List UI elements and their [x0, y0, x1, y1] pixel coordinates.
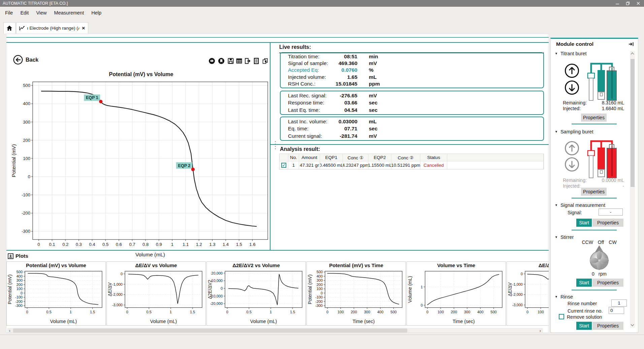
titration-curve-chart[interactable]: 00.10.20.30.40.50.60.70.80.911.11.21.31.…	[11, 78, 271, 258]
svg-text:0: 0	[326, 310, 328, 314]
rinse-start-button[interactable]: Start	[576, 322, 592, 330]
plot-thumbnail-t3[interactable]: Δ2E/ΔV2 vs Volume00.511.520,00010,0000-1…	[206, 261, 306, 326]
column-header[interactable]: Status	[420, 154, 447, 161]
plot-thumbnail-t1[interactable]: Potential (mV) vs Volume00.511.550040030…	[6, 261, 106, 326]
titrant-up-button[interactable]	[564, 63, 580, 78]
report-icon[interactable]	[253, 58, 260, 65]
stirrer-properties-button[interactable]: Properties	[592, 279, 623, 287]
svg-text:100: 100	[438, 310, 444, 314]
scroll-right-icon[interactable]: ›	[538, 328, 543, 333]
remove-solution-checkbox[interactable]	[559, 314, 564, 319]
scrollbar-thumb[interactable]	[13, 328, 407, 332]
injected-value: 1.6840 mL	[602, 106, 624, 111]
column-header[interactable]: Amount	[299, 154, 320, 161]
column-header[interactable]: Conc ②	[391, 154, 420, 161]
menu-item-edit[interactable]: Edit	[17, 9, 32, 17]
section-sampling-buret[interactable]: ▼ Sampling buret	[555, 129, 593, 134]
plot-thumbnail-t5[interactable]: Volume vs Time010020030040050001Time (se…	[407, 261, 506, 326]
live-result-row: Accepted Eq:0.0760%	[281, 67, 543, 73]
back-button[interactable]: Back	[13, 55, 38, 65]
copy-page-icon[interactable]	[262, 58, 269, 65]
scrollbar-thumb[interactable]	[631, 59, 635, 187]
menu-item-help[interactable]: Help	[88, 9, 105, 17]
section-rinse[interactable]: ▼ Rinse	[555, 294, 573, 299]
restore-icon[interactable]	[623, 0, 633, 7]
signal-properties-button[interactable]: Properties	[592, 219, 623, 227]
stirrer-cw-label[interactable]: CW	[609, 240, 616, 245]
section-stirrer[interactable]: ▼ Stirrer	[555, 234, 574, 240]
scroll-down-icon[interactable]	[630, 322, 635, 328]
section-signal-measurement[interactable]: ▼ Signal measurement	[555, 202, 605, 208]
sampling-down-button[interactable]	[564, 157, 580, 172]
column-header[interactable]	[280, 154, 288, 161]
tab-home[interactable]	[3, 22, 15, 34]
titrant-down-button[interactable]	[564, 80, 580, 95]
svg-text:1.3: 1.3	[209, 242, 215, 247]
live-result-row: Eq. time:07.71sec	[281, 126, 543, 132]
svg-text:1.5: 1.5	[190, 310, 195, 314]
result-unit: mV	[369, 60, 377, 66]
stirrer-knob[interactable]	[588, 245, 610, 271]
svg-text:0.5: 0.5	[247, 310, 252, 314]
divider	[6, 250, 549, 251]
svg-text:300: 300	[17, 278, 23, 282]
stirrer-start-button[interactable]: Start	[576, 279, 592, 287]
stirrer-ccw-label[interactable]: CCW	[582, 240, 593, 245]
svg-text:-300: -300	[22, 229, 30, 234]
injected-label: Injected:	[563, 106, 581, 111]
bookmark-icon[interactable]	[218, 58, 225, 65]
titrant-properties-button[interactable]: Properties	[581, 114, 607, 122]
plots-header[interactable]: Plots	[8, 253, 28, 259]
signal-start-button[interactable]: Start	[576, 219, 592, 227]
export-icon[interactable]	[244, 58, 252, 65]
sampling-up-button[interactable]	[564, 140, 580, 156]
annotation-icon[interactable]	[208, 58, 216, 65]
svg-text:400: 400	[17, 274, 23, 278]
scroll-up-icon[interactable]	[630, 51, 635, 56]
menu-item-measurement[interactable]: Measurement	[51, 9, 88, 17]
close-icon[interactable]	[633, 0, 643, 7]
live-result-row: Injected volume:1.65mL	[281, 74, 543, 80]
section-titrant-buret[interactable]: ▼ Titrant buret	[555, 51, 587, 56]
save-icon[interactable]	[227, 58, 235, 65]
column-header[interactable]: No.	[288, 154, 299, 161]
tab-document[interactable]: ı Electrode (High range) (Aut ✕	[16, 22, 88, 34]
rinse-number-field[interactable]: 1	[611, 299, 627, 307]
sampling-properties-button[interactable]: Properties	[581, 188, 607, 196]
svg-text:Potential (mV): Potential (mV)	[308, 275, 313, 305]
table-icon[interactable]	[236, 58, 243, 65]
svg-text:100: 100	[317, 287, 323, 291]
live-result-row: Last Rec. signal:-276.65mV	[281, 93, 543, 99]
column-header[interactable]: EQP1	[320, 154, 343, 161]
menu-item-file[interactable]: File	[1, 9, 17, 17]
column-header[interactable]: EQP2	[368, 154, 391, 161]
module-scrollbar[interactable]	[630, 51, 635, 328]
tab-close-icon[interactable]: ✕	[82, 26, 85, 31]
column-header[interactable]: Conc ①	[343, 154, 368, 161]
titlebar: AUTOMATIC TITRATOR [ETA CO.]	[0, 0, 644, 7]
live-results-box-2: Last Rec. signal:-276.65mVResponse time:…	[280, 91, 544, 115]
collapse-panel-icon[interactable]	[628, 41, 634, 47]
result-value: 469.360	[331, 60, 357, 66]
stirrer-off-label[interactable]: Off	[598, 240, 604, 245]
minimize-icon[interactable]	[612, 0, 622, 7]
result-value: 03.66	[331, 100, 357, 106]
splitter-handle[interactable]	[275, 141, 276, 149]
menu-item-view[interactable]: View	[32, 9, 50, 17]
signal-value-field[interactable]: -	[599, 209, 623, 216]
svg-text:1.2: 1.2	[196, 242, 202, 247]
table-row[interactable]: ✓147.321 gr0.46500 mL4.23247 ppm1.15500 …	[280, 161, 544, 169]
plot-thumbnail-t4[interactable]: Potential (mV) vs Time010020030040050050…	[307, 261, 406, 326]
svg-text:-20,000: -20,000	[210, 302, 223, 306]
row-checkbox[interactable]: ✓	[281, 163, 286, 168]
result-unit: mV	[369, 133, 377, 139]
svg-text:1.5: 1.5	[236, 242, 242, 247]
rinse-properties-button[interactable]: Properties	[592, 322, 623, 330]
plot-thumbnail-t6[interactable]: ΔE/ΔV vs Time01002003004005000-1,000-2,0…	[507, 261, 549, 326]
svg-text:-2,000: -2,000	[512, 292, 523, 296]
plot-thumbnail-t2[interactable]: ΔE/ΔV vs Volume00.511.50-1,000-2,000-3,0…	[106, 261, 206, 326]
table-cell: 10.51291 ppm	[391, 161, 420, 169]
scroll-left-icon[interactable]: ‹	[7, 328, 12, 333]
live-result-row: Last Inc. volume:0.03000mL	[281, 119, 543, 125]
current-rinse-field[interactable]: 0	[609, 307, 624, 314]
